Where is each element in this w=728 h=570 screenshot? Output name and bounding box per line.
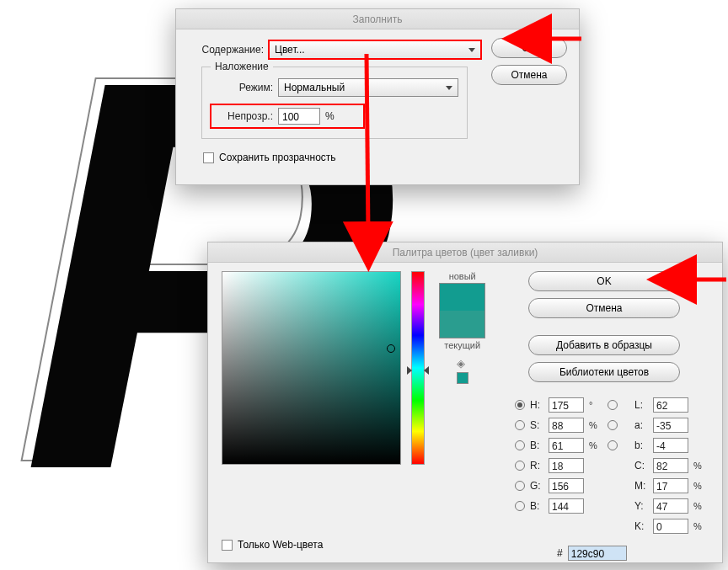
contents-value: Цвет... [275, 44, 305, 56]
hex-input[interactable]: 129c90 [568, 546, 627, 561]
mode-dropdown[interactable]: Нормальный [278, 78, 458, 97]
unit-h: ° [589, 400, 604, 410]
input-c[interactable]: 82 [653, 458, 688, 473]
input-r[interactable]: 18 [549, 458, 584, 473]
radio-s[interactable] [515, 420, 525, 430]
input-y[interactable]: 47 [653, 498, 688, 514]
cancel-button[interactable]: Отмена [491, 65, 567, 85]
mode-label: Режим: [211, 82, 273, 93]
input-a[interactable]: -35 [653, 418, 688, 433]
label-l: L: [634, 399, 650, 411]
input-h[interactable]: 175 [549, 397, 584, 413]
label-g: G: [530, 480, 545, 492]
new-color-label: новый [449, 271, 476, 281]
unit-bv: % [589, 440, 604, 450]
mode-value: Нормальный [284, 82, 345, 93]
radio-l[interactable] [608, 400, 618, 410]
opacity-unit: % [325, 110, 337, 122]
saturation-value-field[interactable] [222, 271, 401, 465]
input-l[interactable]: 62 [653, 397, 688, 413]
ok-button[interactable]: OK [491, 38, 567, 58]
chevron-down-icon [468, 48, 475, 52]
swatch-preview: новый текущий [435, 271, 490, 561]
add-to-swatches-button[interactable]: Добавить в образцы [528, 335, 680, 355]
gamut-warning-icon[interactable] [457, 359, 468, 370]
label-s: S: [530, 419, 545, 431]
new-color-swatch[interactable] [440, 284, 484, 311]
hue-slider[interactable] [411, 271, 426, 465]
opacity-input[interactable]: 100 [278, 108, 320, 125]
only-web-colors-checkbox[interactable] [222, 540, 233, 551]
unit-y: % [693, 501, 709, 511]
color-cursor-icon [387, 344, 395, 353]
input-k[interactable]: 0 [653, 519, 688, 534]
hex-label: # [557, 547, 563, 559]
label-k: K: [634, 520, 650, 532]
fill-dialog: Заполнить Содержание: Цвет... Наложение … [175, 8, 580, 185]
input-g[interactable]: 156 [549, 478, 584, 493]
input-bv[interactable]: 61 [549, 438, 584, 453]
color-picker-dialog: Палитра цветов (цвет заливки) новый теку… [207, 242, 723, 563]
only-web-colors-label: Только Web-цвета [238, 539, 323, 551]
opacity-label: Непрозр.: [212, 110, 273, 122]
unit-m: % [693, 481, 709, 491]
radio-bv[interactable] [515, 440, 525, 450]
unit-c: % [693, 461, 709, 471]
preserve-transparency-label: Сохранить прозрачность [219, 152, 336, 163]
blending-group-title: Наложение [211, 61, 273, 72]
label-m: M: [634, 480, 650, 492]
hue-marker-left-icon [407, 366, 412, 375]
radio-g[interactable] [515, 481, 525, 491]
blending-group: Наложение Режим: Нормальный Непрозр.: 10… [201, 67, 468, 139]
color-libraries-button[interactable]: Библиотеки цветов [528, 362, 680, 382]
input-b[interactable]: -4 [653, 438, 688, 453]
input-s[interactable]: 88 [549, 418, 584, 433]
contents-label: Содержание: [188, 44, 264, 56]
chevron-down-icon [446, 86, 452, 90]
label-bc: B: [530, 500, 545, 512]
label-bv: B: [530, 439, 545, 451]
hue-marker-right-icon [424, 366, 429, 375]
radio-b[interactable] [608, 440, 618, 450]
label-r: R: [530, 460, 545, 471]
label-y: Y: [634, 500, 650, 512]
fill-dialog-title: Заполнить [176, 9, 579, 29]
contents-dropdown[interactable]: Цвет... [269, 40, 481, 59]
color-picker-title: Палитра цветов (цвет заливки) [208, 242, 722, 263]
label-a: a: [634, 419, 650, 431]
radio-h[interactable] [515, 400, 525, 410]
label-h: H: [530, 399, 545, 411]
cp-ok-button[interactable]: OK [528, 271, 680, 291]
input-m[interactable]: 17 [653, 478, 688, 493]
input-bc[interactable]: 144 [549, 498, 584, 514]
gamut-swatch[interactable] [457, 372, 468, 384]
current-color-swatch[interactable] [440, 311, 484, 338]
unit-k: % [693, 521, 709, 531]
preserve-transparency-checkbox[interactable] [203, 152, 214, 163]
current-color-label: текущий [444, 340, 480, 350]
radio-r[interactable] [515, 461, 525, 471]
unit-s: % [589, 420, 604, 430]
radio-a[interactable] [608, 420, 618, 430]
radio-bc[interactable] [515, 501, 525, 511]
cp-cancel-button[interactable]: Отмена [528, 298, 680, 318]
label-b: b: [634, 439, 650, 451]
label-c: C: [634, 460, 650, 471]
